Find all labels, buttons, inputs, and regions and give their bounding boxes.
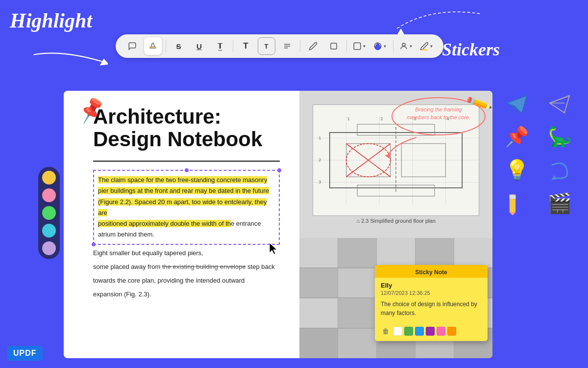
sticker-pushpin-red[interactable]: 📌: [502, 122, 532, 151]
color-swatch-purple[interactable]: [426, 327, 435, 336]
floor-plan-label: ⌂ 2.3 Simplified ground floor plan: [356, 218, 435, 224]
divider-3: [300, 40, 300, 52]
strikethrough-button[interactable]: S: [170, 37, 188, 55]
svg-rect-45: [510, 195, 515, 199]
svg-text:3: 3: [318, 180, 321, 184]
body-text-3: towards the core plan, providing the int…: [93, 275, 280, 286]
palette-lavender[interactable]: [42, 241, 56, 255]
divider-2: [233, 40, 233, 52]
comment-button[interactable]: [123, 37, 141, 55]
updf-logo: UPDF: [7, 346, 43, 361]
svg-rect-1: [150, 47, 156, 49]
deco-curve: [392, 4, 490, 33]
sticky-note-footer: 🗑: [375, 321, 488, 341]
text-button[interactable]: T: [237, 37, 255, 55]
fill-color-button[interactable]: ▼: [371, 37, 389, 55]
svg-text:1: 1: [347, 117, 350, 122]
sticky-note-date: 12/07/2023 12:36:25: [381, 290, 482, 296]
svg-marker-44: [510, 212, 515, 215]
highlighted-paragraph-2: positioned approximately double the widt…: [98, 218, 275, 229]
palette-green[interactable]: [42, 206, 56, 220]
body-text: Eight smaller but equally tapered piers,: [93, 248, 280, 259]
sticky-delete-button[interactable]: 🗑: [380, 325, 392, 337]
draw-button[interactable]: [304, 37, 322, 55]
sticker-arrow-return[interactable]: [545, 155, 574, 184]
svg-rect-5: [331, 43, 337, 49]
palette-pink[interactable]: [42, 188, 56, 202]
highlighted-paragraph: The claim space for the two free-standin…: [98, 175, 275, 218]
sticker-clapperboard[interactable]: 🎬: [545, 188, 574, 218]
toolbar: S U T̲ T T ▼ ▼: [116, 34, 443, 58]
divider-5: [393, 40, 393, 52]
sticker-panel: 📌 🦕 💡 🎬: [497, 83, 588, 363]
stamp-button[interactable]: [325, 37, 343, 55]
sticky-note-header: Sticky Note: [375, 265, 488, 278]
svg-point-8: [402, 43, 405, 46]
underline-button[interactable]: U: [191, 37, 208, 55]
sticky-note-body: Elly 12/07/2023 12:36:25 The choice of d…: [375, 278, 488, 321]
palette-cyan[interactable]: [42, 224, 56, 237]
sticker-lightbulb[interactable]: 💡: [502, 155, 532, 184]
sticker-dinosaur[interactable]: 🦕: [545, 122, 574, 151]
color-swatch-pink[interactable]: [437, 327, 445, 336]
sticky-note-content: The choice of design is influenced by ma…: [381, 300, 482, 317]
doc-title: Architecture: Design Notebook: [93, 105, 280, 151]
text-box-button[interactable]: T: [258, 37, 275, 55]
svg-text:2: 2: [381, 117, 383, 122]
color-palette: [38, 167, 60, 259]
svg-text:Bracing the framing: Bracing the framing: [415, 106, 462, 112]
color-swatch-orange[interactable]: [447, 327, 456, 336]
sticker-paper-plane-outline[interactable]: [545, 88, 574, 118]
body-text-4: expansion (Fig. 2.3).: [93, 289, 280, 300]
svg-marker-40: [550, 96, 569, 113]
body-text-2: some placed away from the existing build…: [93, 262, 280, 272]
pen-color-button[interactable]: ▼: [418, 37, 436, 55]
floor-plan-section: Bracing the framing members back to the …: [299, 91, 492, 238]
svg-text:2: 2: [318, 158, 321, 162]
highlighted-paragraph-3: atrium behind them.: [98, 229, 275, 240]
user-button[interactable]: ▼: [397, 37, 415, 55]
divider-1: [166, 40, 166, 52]
document-area: 📌 Architecture: Design Notebook The clai…: [64, 91, 492, 358]
sticky-note-author: Elly: [381, 282, 482, 289]
sticker-pencil[interactable]: [502, 188, 532, 218]
color-swatch-white[interactable]: [393, 327, 402, 336]
color-swatch-green[interactable]: [404, 327, 413, 336]
sticker-paper-plane-solid[interactable]: [502, 88, 532, 118]
palette-yellow[interactable]: [42, 171, 56, 184]
ellipse-arrow: [382, 135, 421, 159]
svg-marker-0: [100, 58, 108, 65]
squiggly-button[interactable]: T̲: [211, 37, 229, 55]
svg-marker-13: [385, 153, 391, 158]
svg-text:1: 1: [318, 135, 321, 140]
divider-4: [346, 40, 347, 52]
doc-body: The claim space for the two free-standin…: [93, 170, 280, 300]
shapes-button[interactable]: ▼: [351, 37, 368, 55]
doc-divider: [93, 160, 280, 162]
svg-rect-6: [354, 43, 361, 50]
strikethrough-text: the existing building envelope: [162, 263, 246, 270]
highlight-button[interactable]: [144, 37, 162, 55]
sticky-note: Sticky Note Elly 12/07/2023 12:36:25 The…: [375, 265, 488, 341]
note-button[interactable]: [278, 37, 296, 55]
right-panel: Bracing the framing members back to the …: [299, 91, 492, 358]
color-swatch-blue[interactable]: [415, 327, 424, 336]
toolbar-area: S U T̲ T T ▼ ▼: [69, 34, 490, 58]
svg-marker-42: [551, 175, 557, 180]
svg-text:members back to the core.: members back to the core.: [407, 114, 470, 120]
triangle-decoration: [397, 28, 404, 34]
doc-content: Architecture: Design Notebook The claim …: [64, 91, 299, 315]
highlight-label: Highlight: [10, 9, 92, 32]
